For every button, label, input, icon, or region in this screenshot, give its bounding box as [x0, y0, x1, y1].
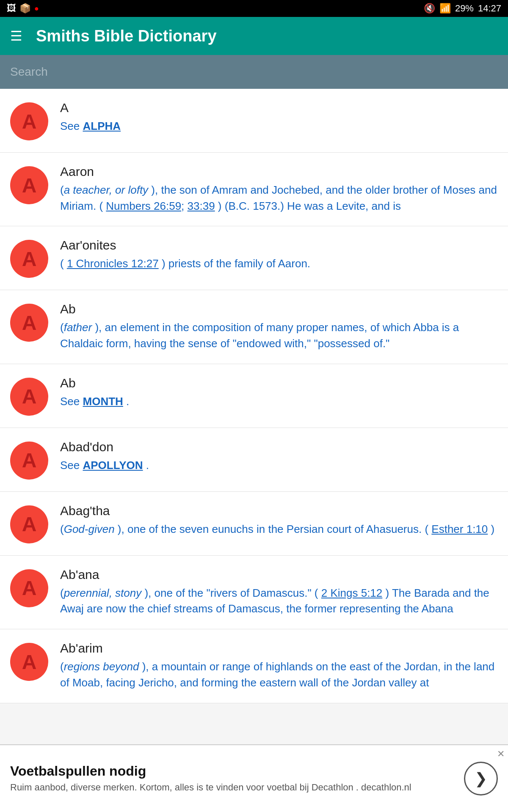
item-title: Ab — [60, 376, 498, 390]
list-item: A Aaron (a teacher, or lofty ), the son … — [0, 153, 508, 226]
month-link[interactable]: MONTH — [83, 395, 123, 408]
status-bar: 🖼 📦 ● 🔇 📶 29% 14:27 — [0, 0, 508, 17]
list-item: A Ab'ana (perennial, stony ), one of the… — [0, 556, 508, 629]
item-content: Ab'ana (perennial, stony ), one of the "… — [60, 568, 498, 617]
alpha-link[interactable]: ALPHA — [83, 120, 121, 132]
avatar: A — [10, 442, 48, 480]
item-desc: (a teacher, or lofty ), the son of Amram… — [60, 182, 498, 214]
item-content: Ab (father ), an element in the composit… — [60, 302, 498, 351]
item-content: Abad'don See APOLLYON . — [60, 440, 498, 474]
time-label: 14:27 — [478, 3, 501, 14]
wifi-icon: 📶 — [439, 3, 451, 14]
item-desc: ( 1 Chronicles 12:27 ) priests of the fa… — [60, 256, 498, 272]
ad-arrow-button[interactable]: ❯ — [464, 762, 498, 796]
chronicles-12-27-link[interactable]: 1 Chronicles 12:27 — [67, 257, 159, 270]
ad-description: Ruim aanbod, diverse merken. Kortom, all… — [10, 782, 411, 794]
avatar: A — [10, 505, 48, 543]
app-title: Smiths Bible Dictionary — [36, 27, 217, 45]
search-input[interactable] — [10, 65, 498, 79]
item-desc: See MONTH . — [60, 394, 498, 410]
search-bar — [0, 55, 508, 89]
item-desc: (perennial, stony ), one of the "rivers … — [60, 585, 498, 617]
item-content: A See ALPHA — [60, 101, 498, 134]
numbers-33-39-link[interactable]: 33:39 — [188, 200, 215, 212]
ad-close-button[interactable]: ✕ — [497, 749, 505, 760]
list-item: A Abad'don See APOLLYON . — [0, 428, 508, 492]
status-left-icons: 🖼 📦 ● — [7, 3, 39, 14]
status-right-icons: 🔇 📶 29% 14:27 — [424, 3, 501, 14]
avatar: A — [10, 240, 48, 278]
item-title: Abag'tha — [60, 504, 498, 518]
item-title: Ab'arim — [60, 641, 498, 656]
item-title: Aaron — [60, 165, 498, 179]
avatar: A — [10, 166, 48, 204]
item-content: Abag'tha (God-given ), one of the seven … — [60, 504, 498, 538]
item-title: Ab — [60, 302, 498, 316]
item-title: Abad'don — [60, 440, 498, 454]
item-desc: (regions beyond ), a mountain or range o… — [60, 659, 498, 691]
item-desc: (father ), an element in the composition… — [60, 320, 498, 351]
item-content: Aaron (a teacher, or lofty ), the son of… — [60, 165, 498, 214]
item-title: A — [60, 101, 498, 115]
apollyon-link[interactable]: APOLLYON — [83, 459, 143, 472]
item-title: Ab'ana — [60, 568, 498, 582]
app-icon-1: 🖼 — [7, 3, 16, 14]
toolbar: ☰ Smiths Bible Dictionary — [0, 17, 508, 55]
item-desc: See APOLLYON . — [60, 458, 498, 474]
list-item: A A See ALPHA — [0, 89, 508, 153]
list-item: A Aar'onites ( 1 Chronicles 12:27 ) prie… — [0, 226, 508, 290]
item-desc: (God-given ), one of the seven eunuchs i… — [60, 521, 498, 538]
item-content: Aar'onites ( 1 Chronicles 12:27 ) priest… — [60, 238, 498, 272]
numbers-26-59-link[interactable]: Numbers 26:59 — [106, 200, 181, 212]
avatar: A — [10, 378, 48, 416]
item-content: Ab See MONTH . — [60, 376, 498, 410]
ad-banner: ✕ Voetbalspullen nodig Ruim aanbod, dive… — [0, 744, 508, 812]
mute-icon: 🔇 — [424, 3, 435, 14]
item-content: Ab'arim (regions beyond ), a mountain or… — [60, 641, 498, 691]
menu-icon[interactable]: ☰ — [10, 28, 22, 44]
list-item: A Ab (father ), an element in the compos… — [0, 290, 508, 364]
battery-label: 29% — [455, 3, 474, 14]
list-item: A Ab'arim (regions beyond ), a mountain … — [0, 629, 508, 703]
app-icon-3: ● — [34, 4, 39, 13]
app-icon-2: 📦 — [19, 3, 31, 14]
avatar: A — [10, 643, 48, 681]
item-title: Aar'onites — [60, 238, 498, 252]
item-desc: See ALPHA — [60, 118, 498, 134]
dictionary-list: A A See ALPHA A Aaron (a teacher, or lof… — [0, 89, 508, 703]
avatar: A — [10, 304, 48, 342]
avatar: A — [10, 102, 48, 140]
list-item: A Abag'tha (God-given ), one of the seve… — [0, 492, 508, 556]
ad-text: Voetbalspullen nodig Ruim aanbod, divers… — [10, 763, 411, 794]
esther-1-10-link[interactable]: Esther 1:10 — [431, 523, 488, 535]
ad-title: Voetbalspullen nodig — [10, 763, 411, 779]
avatar: A — [10, 569, 48, 607]
2kings-5-12-link[interactable]: 2 Kings 5:12 — [321, 587, 383, 599]
list-item: A Ab See MONTH . — [0, 364, 508, 428]
